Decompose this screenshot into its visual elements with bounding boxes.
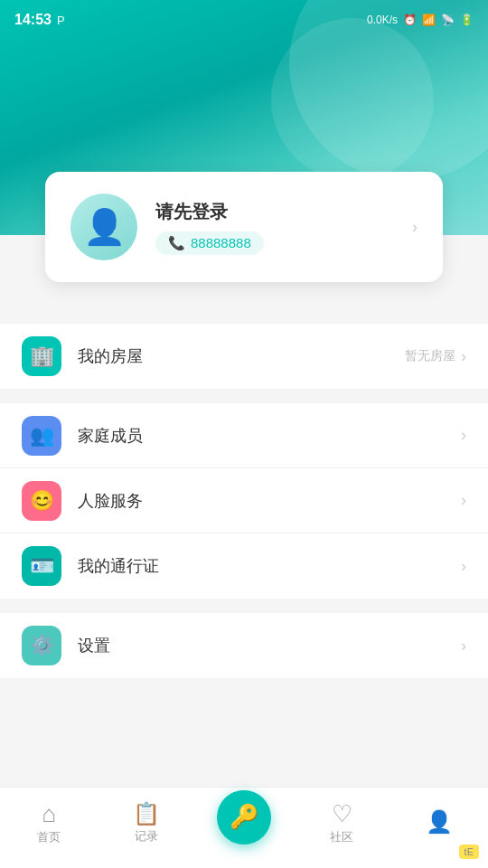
family-chevron: › (461, 426, 466, 445)
family-label: 家庭成员 (78, 425, 461, 447)
menu-section-services: 👥 家庭成员 › 😊 人脸服务 › 🪪 我的通行证 › (0, 403, 488, 599)
menu-item-settings[interactable]: ⚙️ 设置 › (0, 613, 488, 678)
records-label: 记录 (135, 828, 158, 844)
my-house-label: 我的房屋 (78, 345, 405, 367)
login-prompt: 请先登录 (155, 200, 394, 224)
my-house-hint: 暂无房屋 (405, 348, 455, 364)
profile-phone: 📞 88888888 (155, 231, 264, 255)
settings-right: › (461, 637, 466, 656)
avatar-icon: 👤 (83, 207, 126, 247)
profile-info: 请先登录 📞 88888888 (155, 200, 394, 255)
settings-label: 设置 (78, 635, 461, 656)
watermark: tE (459, 844, 479, 859)
nav-item-home[interactable]: ⌂ 首页 (0, 802, 98, 845)
face-right: › (461, 491, 466, 510)
home-icon: ⌂ (42, 802, 56, 826)
pass-icon: 🪪 (30, 554, 54, 578)
wifi-icon: 📡 (441, 14, 455, 26)
status-time: 14:53 (14, 12, 52, 28)
community-icon: ♡ (332, 802, 352, 826)
community-label: 社区 (330, 829, 353, 845)
pass-label: 我的通行证 (78, 555, 461, 577)
nav-item-profile[interactable]: 👤 (390, 811, 488, 836)
profile-nav-icon: 👤 (426, 811, 453, 833)
my-house-icon: 🏢 (30, 344, 54, 368)
nav-item-records[interactable]: 📋 记录 (98, 803, 195, 844)
phone-icon: 📞 (168, 235, 185, 251)
status-right: 0.0K/s ⏰ 📶 📡 🔋 (367, 14, 474, 26)
menu-section-settings: ⚙️ 设置 › (0, 613, 488, 678)
settings-icon: ⚙️ (30, 634, 54, 657)
face-label: 人脸服务 (78, 490, 461, 512)
pass-right: › (461, 557, 466, 576)
menu-item-face[interactable]: 😊 人脸服务 › (0, 468, 488, 533)
pass-icon-wrap: 🪪 (22, 546, 61, 586)
nav-item-community[interactable]: ♡ 社区 (293, 802, 390, 845)
my-house-chevron: › (461, 347, 466, 366)
family-icon: 👥 (30, 424, 54, 448)
family-icon-wrap: 👥 (22, 416, 61, 456)
profile-arrow: › (412, 218, 418, 237)
deco-circle-2 (271, 18, 434, 181)
avatar: 👤 (70, 193, 137, 260)
home-label: 首页 (37, 829, 61, 845)
family-right: › (461, 426, 466, 445)
menu-item-family[interactable]: 👥 家庭成员 › (0, 403, 488, 468)
menu-item-my-house[interactable]: 🏢 我的房屋 暂无房屋 › (0, 324, 488, 389)
phone-number: 88888888 (191, 235, 251, 250)
status-left: 14:53 P (14, 12, 65, 28)
carrier-icon: P (57, 14, 65, 27)
nav-item-lock[interactable]: 🔑 (195, 790, 293, 857)
signal-icon: 📶 (422, 14, 436, 26)
bottom-nav: ⌂ 首页 📋 记录 🔑 ♡ 社区 👤 (0, 787, 488, 868)
records-icon: 📋 (133, 803, 160, 825)
main-content: 🏢 我的房屋 暂无房屋 › 👥 家庭成员 › 😊 人脸服务 › (0, 307, 488, 787)
my-house-right: 暂无房屋 › (405, 347, 466, 366)
network-speed: 0.0K/s (367, 14, 398, 26)
face-icon-wrap: 😊 (22, 481, 61, 521)
my-house-icon-wrap: 🏢 (22, 336, 61, 376)
menu-item-pass[interactable]: 🪪 我的通行证 › (0, 533, 488, 599)
status-bar: 14:53 P 0.0K/s ⏰ 📶 📡 🔋 (0, 0, 488, 40)
battery-icon: 🔋 (460, 14, 474, 26)
settings-chevron: › (461, 637, 466, 656)
lock-icon: 🔑 (230, 803, 258, 831)
face-icon: 😊 (30, 489, 54, 513)
face-chevron: › (461, 491, 466, 510)
pass-chevron: › (461, 557, 466, 576)
menu-section-house: 🏢 我的房屋 暂无房屋 › (0, 324, 488, 389)
settings-icon-wrap: ⚙️ (22, 626, 61, 665)
profile-card[interactable]: 👤 请先登录 📞 88888888 › (45, 172, 443, 282)
alarm-icon: ⏰ (403, 14, 417, 26)
lock-center-button[interactable]: 🔑 (217, 790, 271, 844)
